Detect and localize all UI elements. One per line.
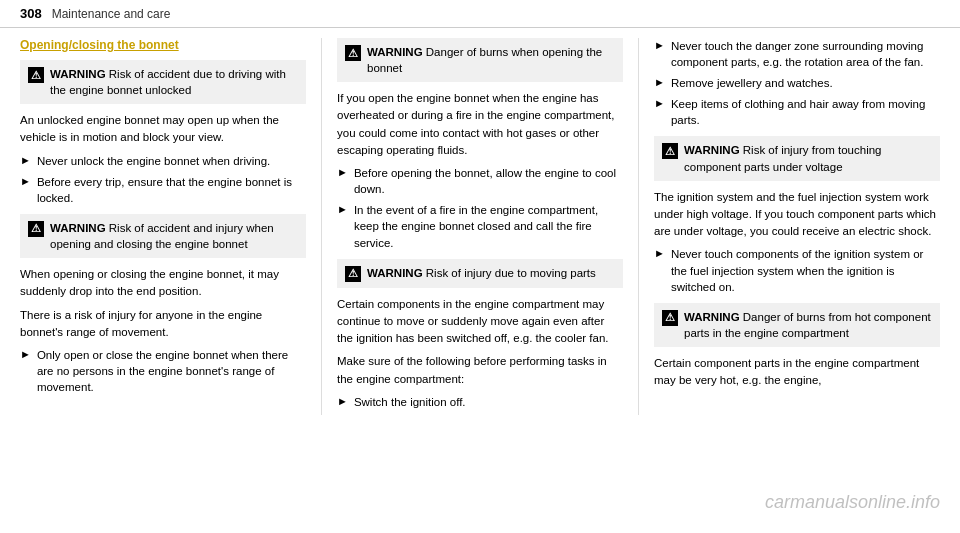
warning-text-5: WARNING Risk of injury from touching com… [684,142,932,174]
column-divider-1 [321,38,322,415]
bullet-item: ► Keep items of clothing and hair away f… [654,96,940,128]
body-text-3: There is a risk of injury for anyone in … [20,307,306,342]
bullet-text: Never unlock the engine bonnet when driv… [37,153,306,169]
warning-box-2: ⚠ WARNING Risk of accident and injury wh… [20,214,306,258]
warning-box-5: ⚠ WARNING Risk of injury from touching c… [654,136,940,180]
column-1: Opening/closing the bonnet ⚠ WARNING Ris… [20,38,316,415]
page-content: Opening/closing the bonnet ⚠ WARNING Ris… [0,28,960,425]
body-text-7: The ignition system and the fuel injecti… [654,189,940,241]
warning-text-6: WARNING Danger of burns from hot compone… [684,309,932,341]
bullet-arrow: ► [337,203,348,215]
watermark: carmanualsonline.info [765,492,940,513]
column-divider-2 [638,38,639,415]
warning-icon-1: ⚠ [28,67,44,83]
bullet-text: Never touch the danger zone surround­ing… [671,38,940,70]
bullet-arrow: ► [20,154,31,166]
bullet-text: Switch the ignition off. [354,394,623,410]
warning-box-1: ⚠ WARNING Risk of accident due to driv­i… [20,60,306,104]
body-text-6: Make sure of the following before perfor… [337,353,623,388]
warning-text-1: WARNING Risk of accident due to driv­ing… [50,66,298,98]
bullet-arrow: ► [20,348,31,360]
body-text-2: When opening or closing the engine bonne… [20,266,306,301]
bullet-text: Before opening the bonnet, allow the eng… [354,165,623,197]
body-text-5: Certain components in the engine compart… [337,296,623,348]
warning-icon-3: ⚠ [345,45,361,61]
warning-icon-6: ⚠ [662,310,678,326]
bullet-item: ► Never touch the danger zone surround­i… [654,38,940,70]
page-number: 308 [20,6,42,21]
bullet-arrow: ► [654,39,665,51]
bullet-arrow: ► [337,166,348,178]
page-header: 308 Maintenance and care [0,0,960,28]
body-text-1: An unlocked engine bonnet may open up wh… [20,112,306,147]
column-2: ⚠ WARNING Danger of burns when open­ing … [327,38,633,415]
bullet-arrow: ► [654,247,665,259]
bullet-item: ► Only open or close the engine bonnet w… [20,347,306,395]
bullet-item: ► In the event of a fire in the engine c… [337,202,623,250]
bullet-text: Only open or close the engine bonnet whe… [37,347,306,395]
bullet-arrow: ► [337,395,348,407]
bullet-text: Never touch components of the ignition s… [671,246,940,294]
body-text-4: If you open the engine bonnet when the e… [337,90,623,159]
bullet-text: Remove jewellery and watches. [671,75,940,91]
warning-icon-4: ⚠ [345,266,361,282]
bullet-arrow: ► [654,97,665,109]
warning-text-4: WARNING Risk of injury due to moving par… [367,265,596,281]
page-title: Maintenance and care [52,7,171,21]
warning-text-2: WARNING Risk of accident and injury when… [50,220,298,252]
bullet-item: ► Switch the ignition off. [337,394,623,410]
bullet-text: Before every trip, ensure that the engin… [37,174,306,206]
warning-box-6: ⚠ WARNING Danger of burns from hot compo… [654,303,940,347]
bullet-item: ► Never touch components of the ignition… [654,246,940,294]
bullet-text: In the event of a fire in the engine com… [354,202,623,250]
bullet-item: ► Before every trip, ensure that the eng… [20,174,306,206]
column-3: ► Never touch the danger zone surround­i… [644,38,940,415]
warning-box-3: ⚠ WARNING Danger of burns when open­ing … [337,38,623,82]
bullet-item: ► Never unlock the engine bonnet when dr… [20,153,306,169]
bullet-item: ► Before opening the bonnet, allow the e… [337,165,623,197]
bullet-arrow: ► [654,76,665,88]
section-heading: Opening/closing the bonnet [20,38,306,52]
warning-box-4: ⚠ WARNING Risk of injury due to moving p… [337,259,623,288]
warning-icon-2: ⚠ [28,221,44,237]
body-text-8: Certain component parts in the engine co… [654,355,940,390]
bullet-arrow: ► [20,175,31,187]
warning-icon-5: ⚠ [662,143,678,159]
bullet-text: Keep items of clothing and hair away fro… [671,96,940,128]
warning-text-3: WARNING Danger of burns when open­ing th… [367,44,615,76]
bullet-item: ► Remove jewellery and watches. [654,75,940,91]
